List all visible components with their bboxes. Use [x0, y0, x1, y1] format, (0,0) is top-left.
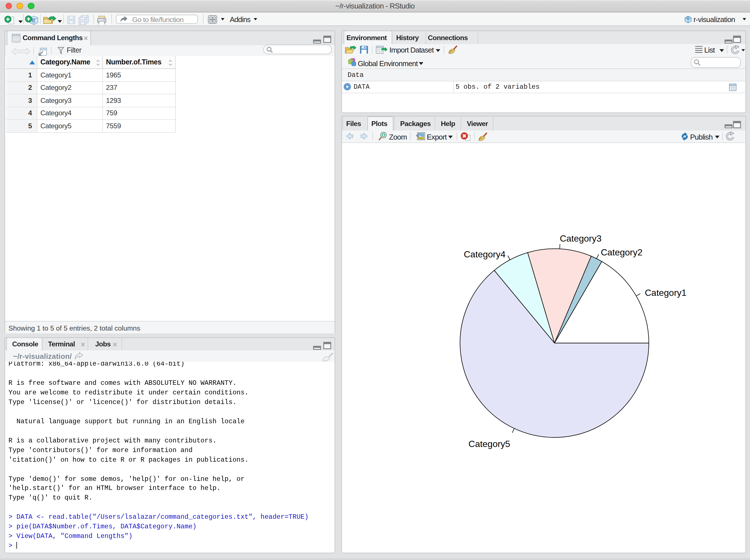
svg-text:R: R [32, 16, 36, 23]
svg-text:Category1: Category1 [645, 288, 687, 298]
svg-text:Category4: Category4 [464, 249, 506, 259]
svg-text:Category2: Category2 [601, 247, 643, 257]
svg-text:Category5: Category5 [469, 439, 510, 449]
svg-text:R: R [686, 16, 689, 20]
svg-text:Category3: Category3 [560, 233, 601, 243]
